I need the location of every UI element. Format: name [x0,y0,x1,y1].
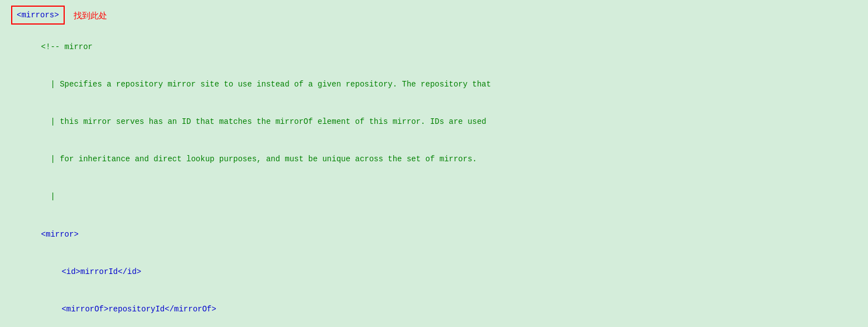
mirrors-opening-tag: <mirrors> [11,6,65,25]
code-area: <mirrors> 找到此处 <!-- mirror | Specifies a… [0,0,868,327]
comment-line4: | for inheritance and direct lookup purp… [11,141,857,178]
mirrors-header-line: <mirrors> 找到此处 [11,6,857,26]
comment-line3: | this mirror serves has an ID that matc… [11,103,857,141]
comment-line1: <!-- mirror [11,28,857,65]
comment-line2: | Specifies a repository mirror site to … [11,66,857,103]
comment-line5: | [11,178,857,215]
find-here-label: 找到此处 [74,9,107,22]
mirror-template-mirrorof: <mirrorOf>repositoryId</mirrorOf> [11,291,857,327]
mirror-template-open: <mirror> [11,215,857,253]
mirror-template-id: <id>mirrorId</id> [11,253,857,290]
